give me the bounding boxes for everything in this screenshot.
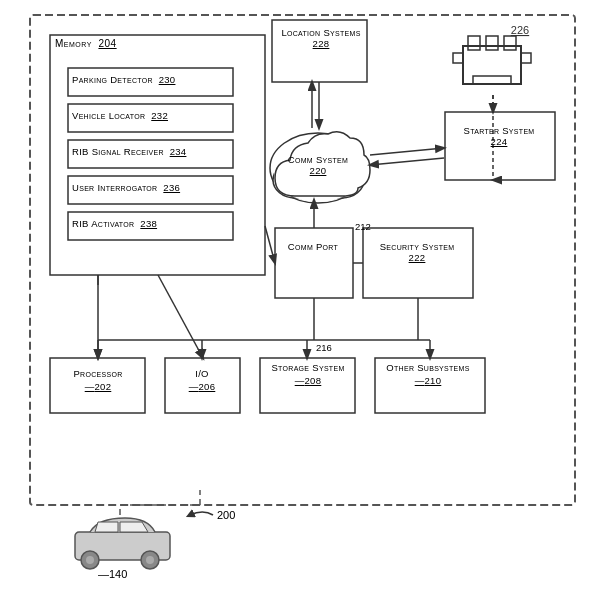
other-subsystems-number: —210 <box>378 375 478 386</box>
security-number: 222 <box>367 252 467 263</box>
other-subsystems-label: Other Subsystems —210 <box>378 362 478 386</box>
svg-rect-46 <box>468 36 480 50</box>
car-number: —140 <box>98 568 127 580</box>
starter-system-label: Starter System 224 <box>449 125 549 147</box>
svg-point-11 <box>283 176 353 200</box>
engine-icon: 226 <box>448 18 536 96</box>
memory-number: 204 <box>98 38 116 49</box>
io-label: I/O —206 <box>168 368 236 392</box>
storage-number: —208 <box>263 375 353 386</box>
car-icon <box>60 510 190 570</box>
security-system-label: Security System 222 <box>367 241 467 263</box>
parking-detector-label: Parking Detector 230 <box>72 74 175 85</box>
comm-system-label: Comm System 220 <box>277 154 359 176</box>
svg-rect-49 <box>453 53 463 63</box>
svg-line-30 <box>158 275 203 358</box>
location-systems-label: Location Systems 228 <box>280 27 362 49</box>
svg-point-57 <box>146 556 154 564</box>
processor-label: Processor —202 <box>54 368 142 392</box>
comm-port-label: Comm Port <box>279 241 347 252</box>
memory-label: Memory 204 <box>55 38 117 49</box>
svg-rect-17 <box>275 228 353 298</box>
user-interrogator-label: User Interrogator 236 <box>72 182 180 193</box>
diagram-container: Memory 204 Parking Detector 230 Vehicle … <box>0 0 605 615</box>
location-number: 228 <box>280 38 362 49</box>
svg-rect-47 <box>486 36 498 50</box>
svg-line-25 <box>370 148 444 155</box>
rib-activator-label: RIB Activator 238 <box>72 218 157 229</box>
commport-ref: 212 <box>355 221 371 232</box>
svg-text:226: 226 <box>511 24 529 36</box>
io-number: —206 <box>168 381 236 392</box>
processor-number: —202 <box>54 381 142 392</box>
svg-rect-16 <box>363 228 473 298</box>
svg-rect-51 <box>473 76 511 84</box>
rib-signal-label: RIB Signal Receiver 234 <box>72 146 186 157</box>
comm-system-number: 220 <box>277 165 359 176</box>
vehicle-locator-label: Vehicle Locator 232 <box>72 110 168 121</box>
connector-216-ref: 216 <box>316 342 332 353</box>
svg-point-56 <box>86 556 94 564</box>
svg-line-26 <box>370 158 444 165</box>
starter-number: 224 <box>449 136 549 147</box>
storage-label: Storage System —208 <box>263 362 353 386</box>
diagram-ref-200: 200 <box>185 505 235 525</box>
svg-line-41 <box>265 226 275 263</box>
svg-rect-50 <box>521 53 531 63</box>
svg-rect-45 <box>463 46 521 84</box>
svg-rect-48 <box>504 36 516 50</box>
